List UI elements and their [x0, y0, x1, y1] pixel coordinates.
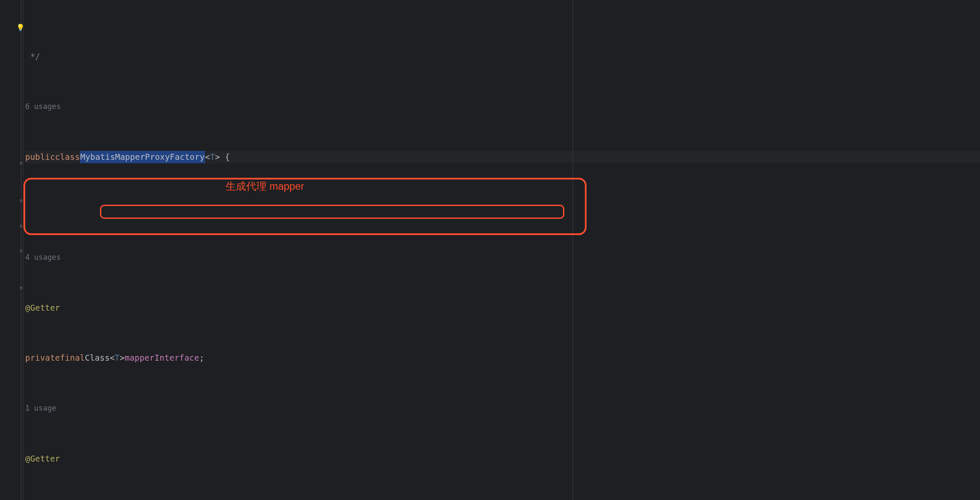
- class-name: MybatisMapperProxyFactory: [80, 151, 205, 163]
- usage-hint[interactable]: 6 usages: [25, 100, 61, 113]
- usage-hint[interactable]: 1 usage: [25, 402, 56, 415]
- margin-guide: [572, 0, 573, 500]
- usage-hint[interactable]: 4 usages: [25, 251, 61, 264]
- annotation: @Getter: [25, 302, 60, 314]
- fold-icon[interactable]: ⊟: [19, 248, 23, 253]
- code-editor[interactable]: ⊟ ⊟ ⊟ ⊟ ⊟ 💡 */ 6 usages public class Myb…: [0, 0, 980, 500]
- class-declaration[interactable]: public class MybatisMapperProxyFactory<T…: [25, 151, 980, 163]
- code-area[interactable]: */ 6 usages public class MybatisMapperPr…: [23, 0, 980, 500]
- fold-icon[interactable]: ⊟: [19, 285, 23, 290]
- fold-icon[interactable]: ⊟: [19, 224, 23, 228]
- comment: */: [25, 50, 40, 63]
- gutter[interactable]: ⊟ ⊟ ⊟ ⊟ ⊟ 💡: [0, 0, 23, 500]
- field-declaration[interactable]: private final Class<T> mapperInterface;: [25, 352, 980, 364]
- fold-icon[interactable]: ⊟: [19, 198, 23, 203]
- annotation: @Getter: [25, 453, 60, 465]
- fold-icon[interactable]: ⊟: [19, 161, 23, 165]
